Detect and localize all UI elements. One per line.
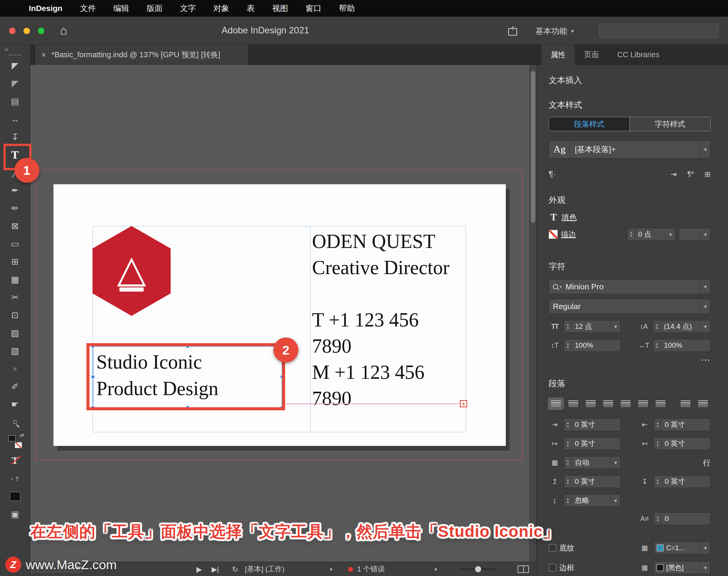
tab-cc-libraries[interactable]: CC Libraries [608, 45, 668, 65]
border-color-select[interactable]: [黑色] [654, 561, 711, 574]
chevron-down-icon[interactable] [700, 279, 710, 294]
page-forward-icon[interactable]: ▶ [196, 562, 202, 576]
table-tool[interactable]: ⊞ [7, 256, 24, 268]
chevron-down-icon[interactable] [610, 457, 620, 469]
align-center-icon[interactable] [566, 398, 581, 409]
horizontal-scale-value[interactable]: 100% [661, 341, 710, 350]
stroke-none-swatch[interactable] [549, 230, 558, 239]
space-between-select[interactable]: 忽略 [564, 494, 621, 507]
content-collector-tool[interactable]: ↧ [7, 131, 24, 143]
stepper-arrows-icon[interactable] [564, 476, 572, 488]
slider-knob[interactable] [475, 566, 481, 572]
last-line-indent-value[interactable]: 0 英寸 [662, 439, 710, 449]
chevron-down-icon[interactable] [610, 320, 620, 333]
text-format-icon[interactable]: T [16, 476, 19, 482]
formatting-affects-toggle[interactable]: ▫ T [7, 472, 24, 485]
paragraph-style-select[interactable]: Ag [基本段落]+ [549, 140, 711, 159]
justify-center-icon[interactable] [618, 398, 633, 409]
horizontal-scale-stepper[interactable]: 100% [653, 339, 711, 352]
screen-mode-button[interactable]: ▣ [7, 508, 24, 520]
contact-text-frame[interactable]: ODEN QUEST Creative Director T +1 123 45… [312, 228, 464, 411]
gap-tool[interactable]: ↔ [7, 113, 24, 125]
toolbar-collapse-icon[interactable]: » [0, 45, 30, 53]
menu-layout[interactable]: 版面 [147, 3, 163, 14]
menu-table[interactable]: 表 [247, 3, 255, 14]
share-icon[interactable]: ↑ [508, 28, 517, 36]
font-family-value[interactable]: Minion Pro [562, 282, 700, 291]
app-menu-indesign[interactable]: InDesign [29, 4, 63, 13]
stepper-arrows-icon[interactable] [628, 228, 635, 240]
align-toward-spine-icon[interactable] [678, 398, 693, 409]
font-style-value[interactable]: Regular [549, 302, 700, 311]
close-icon[interactable]: × [41, 50, 46, 60]
chevron-down-icon[interactable]: ▾ [330, 562, 333, 576]
zoom-tool[interactable]: ○ [7, 416, 24, 428]
paragraph-styles-tab[interactable]: 段落样式 [549, 117, 630, 131]
apply-color-button[interactable] [7, 490, 24, 502]
stepper-arrows-icon[interactable] [564, 320, 572, 333]
character-styles-tab[interactable]: 字符样式 [630, 117, 710, 131]
justify-right-icon[interactable] [636, 398, 650, 409]
selection-tool[interactable]: ◤ [7, 60, 24, 72]
style-override-icon[interactable]: ¶* [687, 170, 694, 179]
hand-tool[interactable]: ☛ [7, 398, 24, 410]
preflight-refresh-icon[interactable]: ↻ [232, 562, 238, 576]
grid-tool[interactable]: ▦ [7, 273, 24, 286]
space-before-stepper[interactable]: 0 英寸 [564, 475, 621, 488]
toolbar-grip[interactable] [9, 55, 21, 56]
stepper-arrows-icon[interactable] [564, 419, 572, 431]
menu-help[interactable]: 帮助 [339, 3, 355, 14]
stepper-arrows-icon[interactable] [564, 494, 572, 507]
gradient-feather-tool[interactable]: ▨ [7, 345, 24, 357]
note-tool[interactable]: ▫ [7, 363, 24, 375]
font-size-stepper[interactable]: 12 点 [564, 320, 621, 333]
shading-checkbox[interactable] [549, 544, 556, 552]
font-family-select[interactable]: ▾ Minion Pro [549, 279, 711, 294]
type-tool[interactable]: T 1 [7, 149, 24, 161]
chevron-down-icon[interactable] [700, 562, 710, 574]
document-tab[interactable]: × *Basic_formatting.indd @ 137% [GPU 预览]… [35, 45, 248, 65]
vertical-scrollbar[interactable] [529, 65, 536, 562]
rectangle-tool[interactable]: ▭ [7, 238, 24, 250]
stepper-arrows-icon[interactable] [654, 438, 662, 450]
pencil-tool[interactable]: ✏ [7, 202, 24, 214]
shading-color-value[interactable]: C=1... [664, 544, 700, 552]
page-last-icon[interactable]: ▶| [212, 562, 219, 576]
left-indent-stepper[interactable]: 0 英寸 [564, 418, 621, 431]
stepper-arrows-icon[interactable] [654, 476, 662, 488]
stroke-weight-value[interactable]: 0 点 [635, 229, 665, 239]
chevron-down-icon[interactable] [700, 320, 710, 333]
zoom-slider[interactable] [461, 562, 496, 576]
eyedropper-tool[interactable]: ✐ [7, 380, 24, 392]
leading-value[interactable]: (14.4 点) [661, 322, 700, 331]
scrollbar-thumb[interactable] [531, 71, 535, 223]
right-indent-stepper[interactable]: 0 英寸 [654, 418, 711, 431]
border-checkbox[interactable] [549, 564, 556, 571]
shading-color-select[interactable]: C=1... [654, 541, 711, 554]
chevron-down-icon[interactable] [700, 542, 710, 554]
free-transform-tool[interactable]: ⊡ [7, 309, 24, 321]
align-right-icon[interactable] [584, 398, 598, 409]
fill-swatch[interactable] [8, 435, 16, 441]
right-indent-value[interactable]: 0 英寸 [662, 420, 710, 430]
stroke-type-select[interactable] [679, 228, 711, 241]
stepper-arrows-icon[interactable] [654, 419, 662, 431]
gradient-swatch-tool[interactable]: ▧ [7, 327, 24, 339]
search-input[interactable] [599, 24, 719, 38]
rectangle-frame-tool[interactable]: ⊠ [7, 220, 24, 232]
fill-label[interactable]: 填色 [562, 212, 577, 223]
font-style-select[interactable]: Regular [549, 299, 711, 314]
stepper-arrows-icon[interactable] [654, 513, 662, 525]
text-fill-none-indicator[interactable]: T [7, 455, 24, 467]
border-color-value[interactable]: [黑色] [664, 563, 700, 572]
chevron-down-icon[interactable] [700, 299, 710, 314]
stroke-label[interactable]: 描边 [561, 229, 576, 240]
chevron-down-icon[interactable] [700, 228, 710, 240]
baseline-stepper[interactable]: 0 [654, 512, 711, 525]
chevron-down-icon[interactable] [700, 141, 710, 158]
space-after-stepper[interactable]: 0 英寸 [654, 475, 711, 488]
vertical-scale-value[interactable]: 100% [572, 341, 620, 350]
fill-stroke-swatches[interactable]: ⇄ [7, 434, 24, 449]
menu-file[interactable]: 文件 [80, 3, 96, 14]
space-before-value[interactable]: 0 英寸 [572, 477, 620, 487]
